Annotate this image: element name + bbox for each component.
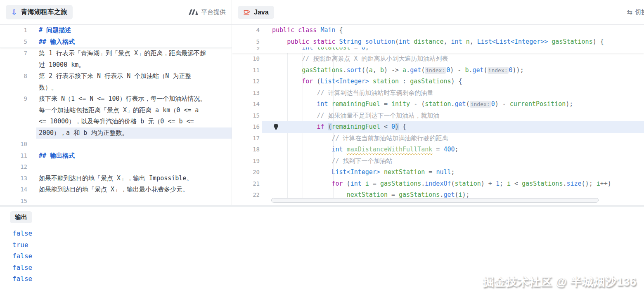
code-line: 12 for (List<Integer> station : gasStati… — [232, 76, 644, 87]
doc-line-text: 2000），a 和 b 均为正整数。 — [36, 127, 232, 139]
code-line: 11 gasStations.sort((a, b) -> a.get(inde… — [232, 65, 644, 76]
doc-line-text: ## 输入格式 — [36, 36, 232, 48]
doc-line: 数）。 — [0, 82, 232, 94]
doc-line-text — [36, 196, 232, 205]
code-line: 13 // 计算到达当前加油站时车辆剩余的油量 — [232, 87, 644, 99]
code-line: 15 // 如果油量不足到达下一个加油站，就加油 — [232, 110, 644, 122]
code-sticky-lines: 4public class Main {5 public static Stri… — [232, 25, 644, 53]
doc-line: 10 — [0, 139, 232, 150]
code-line-text: // 按照距离景点 X 的距离从小到大遍历加油站列表 — [272, 53, 644, 65]
code-partial-line: 9 int totalCost = 0; — [232, 47, 644, 53]
doc-line-text: 如果能到达目的地「景点 X」，输出最小花费多少元。 — [36, 184, 232, 196]
line-number: 22 — [232, 189, 260, 201]
line-number: 13 — [232, 87, 260, 99]
code-line: 20 List<Integer> nextStation = null; — [232, 167, 644, 178]
doc-line-text: ## 输出格式 — [36, 150, 232, 162]
code-line: 17 // 计算在当前加油站加满油能行驶的距离 — [232, 133, 644, 144]
line-number: 12 — [0, 161, 27, 173]
code-line-text: public static String solution(int distan… — [272, 36, 644, 48]
doc-line-text: 第 2 行表示接下来 N 行表示 N 个加油站（N 为正整 — [36, 71, 232, 82]
doc-line-text — [36, 161, 232, 173]
code-line: 16 if (remainingFuel < 0) { — [232, 121, 644, 133]
line-number: 18 — [232, 144, 260, 156]
doc-line: <= 10000），以及每升汽油的价格 b 元（0 <= b <= — [0, 116, 232, 127]
problem-title: 青海湖租车之旅 — [21, 8, 67, 17]
line-number: 13 — [0, 173, 27, 184]
line-number: 9 — [0, 93, 27, 105]
line-number: 11 — [0, 150, 27, 162]
switch-button[interactable]: ⇆ 切换 — [627, 8, 644, 16]
code-line-text: // 如果油量不足到达下一个加油站，就加油 — [272, 110, 644, 122]
line-number: 15 — [232, 110, 260, 122]
doc-line: 7第 1 行表示「青海湖」到「景点 X」的距离，距离最远不超 — [0, 48, 232, 59]
code-panel: Java ⇆ 切换 4public class Main {5 public s… — [232, 0, 644, 205]
line-number — [0, 116, 27, 127]
doc-line: 1# 问题描述 — [0, 25, 232, 36]
output-line: false — [10, 228, 644, 239]
horizontal-scrollbar[interactable] — [271, 198, 599, 203]
line-number: 21 — [232, 178, 260, 190]
doc-line-text: # 问题描述 — [36, 25, 232, 36]
code-line-text: for (int i = gasStations.indexOf(station… — [272, 178, 644, 190]
switch-label: 切换 — [635, 8, 644, 16]
swap-icon: ⇆ — [627, 8, 632, 16]
code-line-text: // 找到下一个加油站 — [272, 156, 644, 167]
language-label: Java — [254, 9, 269, 16]
code-line-text: List<Integer> nextStation = null; — [272, 167, 644, 178]
line-number: 16 — [232, 121, 260, 133]
line-number: 10 — [0, 139, 27, 150]
code-line: 10 // 按照距离景点 X 的距离从小到大遍历加油站列表 — [232, 53, 644, 65]
output-line: true — [10, 239, 644, 251]
doc-line: 15 — [0, 196, 232, 205]
output-line: false — [10, 250, 644, 262]
platform-provider: 平台提供 — [188, 8, 226, 16]
watermark: 掘金技术社区 @ 半城烟沙136 — [483, 274, 637, 289]
doc-line: 8第 2 行表示接下来 N 行表示 N 个加油站（N 为正整 — [0, 71, 232, 82]
line-number: 14 — [232, 99, 260, 110]
code-editor[interactable]: 4public class Main {5 public static Stri… — [232, 25, 644, 205]
line-number — [0, 59, 27, 71]
line-number — [0, 127, 27, 139]
code-line: 21 for (int i = gasStations.indexOf(stat… — [232, 178, 644, 190]
code-line-text: for (List<Integer> station : gasStations… — [272, 76, 644, 87]
doc-line-text: 第 1 行表示「青海湖」到「景点 X」的距离，距离最远不超 — [36, 48, 232, 59]
doc-line: 9接下来 N（1 <= N <= 100）行表示，每一个加油站情况。 — [0, 93, 232, 105]
problem-editor[interactable]: 1# 问题描述5## 输入格式 7第 1 行表示「青海湖」到「景点 X」的距离，… — [0, 25, 232, 205]
code-line: 4public class Main { — [232, 25, 644, 36]
doc-line: 11## 输出格式 — [0, 150, 232, 162]
line-number: 11 — [232, 65, 260, 76]
language-tab[interactable]: Java — [238, 6, 274, 19]
platform-logo-icon — [188, 9, 198, 15]
code-lines: 10 // 按照距离景点 X 的距离从小到大遍历加油站列表11 gasStati… — [232, 53, 644, 201]
problem-tab[interactable]: ⇩ 青海湖租车之旅 — [6, 5, 73, 19]
code-line: 18 int maxDistanceWithFullTank = 400; — [232, 144, 644, 156]
line-number: 15 — [0, 196, 27, 205]
code-line-text: int totalCost = 0; — [272, 47, 644, 53]
line-number: 7 — [0, 48, 27, 59]
code-line-text: // 计算到达当前加油站时车辆剩余的油量 — [272, 87, 644, 99]
doc-line-text: 如果不能到达目的地「景点 X」，输出 Impossible。 — [36, 173, 232, 184]
problem-panel: ⇩ 青海湖租车之旅 平台提供 1# 问题描述5## 输入格式 7第 1 行表示「… — [0, 0, 232, 205]
code-line: 5 public static String solution(int dist… — [232, 36, 644, 48]
output-line: false — [10, 262, 644, 274]
problem-header: ⇩ 青海湖租车之旅 平台提供 — [0, 0, 232, 25]
line-number: 9 — [232, 47, 260, 53]
code-line-text: public class Main { — [272, 25, 644, 36]
doc-line: 13如果不能到达目的地「景点 X」，输出 Impossible。 — [0, 173, 232, 184]
line-number — [0, 105, 27, 116]
code-line-text: // 计算在当前加油站加满油能行驶的距离 — [272, 133, 644, 144]
output-tab[interactable]: 输出 — [10, 211, 32, 223]
code-line: 19 // 找到下一个加油站 — [232, 156, 644, 167]
code-line-text: int maxDistanceWithFullTank = 400; — [272, 144, 644, 156]
line-number: 5 — [0, 36, 27, 48]
line-number: 4 — [232, 25, 260, 36]
doc-line-text: <= 10000），以及每升汽油的价格 b 元（0 <= b <= — [36, 116, 232, 127]
code-line-text: gasStations.sort((a, b) -> a.get(index:0… — [272, 65, 644, 76]
doc-line: 14如果能到达目的地「景点 X」，输出最小花费多少元。 — [0, 184, 232, 196]
line-number: 14 — [0, 184, 27, 196]
doc-line: 5## 输入格式 — [0, 36, 232, 48]
java-cup-icon — [243, 9, 250, 16]
code-header: Java ⇆ 切换 — [232, 0, 644, 25]
doc-line-text: 接下来 N（1 <= N <= 100）行表示，每一个加油站情况。 — [36, 93, 232, 105]
line-number — [0, 82, 27, 94]
